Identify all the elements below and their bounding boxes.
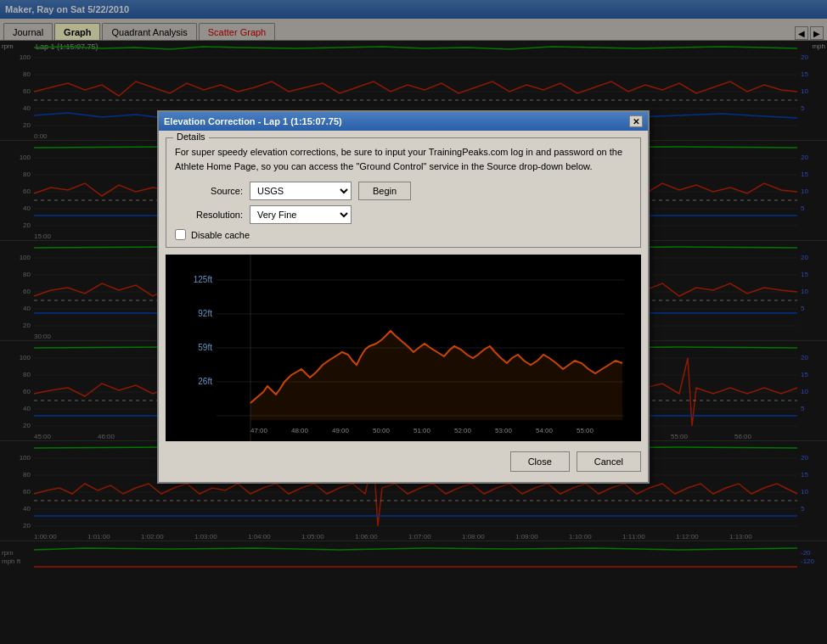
svg-text:59ft: 59ft — [198, 343, 212, 352]
svg-text:125ft: 125ft — [194, 275, 212, 284]
details-group: Details For super speedy elevation corre… — [166, 137, 641, 248]
resolution-label: Resolution: — [175, 210, 243, 220]
svg-text:47:00: 47:00 — [250, 427, 268, 434]
svg-text:92ft: 92ft — [198, 309, 212, 318]
svg-text:54:00: 54:00 — [536, 427, 554, 434]
modal-overlay: Elevation Correction - Lap 1 (1:15:07.75… — [0, 0, 827, 644]
svg-text:51:00: 51:00 — [414, 427, 431, 434]
svg-text:48:00: 48:00 — [291, 427, 309, 434]
resolution-row: Resolution: Very Fine Fine Normal Coarse — [175, 205, 632, 224]
dialog-buttons: Close Cancel — [166, 448, 641, 475]
disable-cache-label: Disable cache — [191, 230, 250, 240]
dialog-body: Details For super speedy elevation corre… — [159, 131, 648, 482]
svg-text:52:00: 52:00 — [454, 427, 472, 434]
close-button[interactable]: Close — [510, 451, 570, 472]
begin-button[interactable]: Begin — [358, 182, 411, 200]
details-legend: Details — [173, 132, 209, 142]
disable-cache-row: Disable cache — [175, 229, 632, 240]
resolution-select[interactable]: Very Fine Fine Normal Coarse — [250, 205, 352, 224]
dialog-close-button[interactable]: ✕ — [629, 115, 643, 127]
dialog-title: Elevation Correction - Lap 1 (1:15:07.75… — [164, 116, 342, 126]
svg-text:26ft: 26ft — [198, 377, 212, 386]
dialog-titlebar: Elevation Correction - Lap 1 (1:15:07.75… — [159, 112, 648, 131]
svg-text:55:00: 55:00 — [577, 427, 594, 434]
disable-cache-checkbox[interactable] — [175, 229, 186, 240]
source-label: Source: — [175, 186, 243, 196]
elevation-correction-dialog: Elevation Correction - Lap 1 (1:15:07.75… — [157, 110, 650, 484]
svg-text:49:00: 49:00 — [332, 427, 350, 434]
cancel-button[interactable]: Cancel — [577, 451, 641, 472]
source-row: Source: USGS Ground Control None Begin — [175, 182, 632, 200]
svg-text:53:00: 53:00 — [495, 427, 513, 434]
svg-text:50:00: 50:00 — [373, 427, 391, 434]
elevation-chart: 125ft 92ft 59ft 26ft 47:00 48:00 49:00 5… — [166, 255, 641, 441]
details-text: For super speedy elevation corrections, … — [175, 145, 632, 173]
source-select[interactable]: USGS Ground Control None — [250, 182, 352, 200]
